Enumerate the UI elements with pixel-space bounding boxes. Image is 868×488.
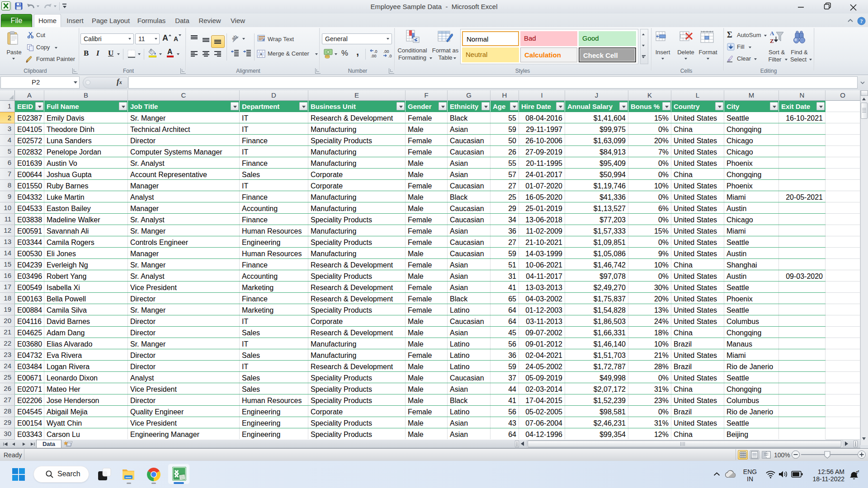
svg-text:A: A bbox=[770, 30, 774, 37]
svg-text:a: a bbox=[260, 52, 262, 56]
svg-text:Z: Z bbox=[770, 38, 774, 44]
svg-text:z: z bbox=[858, 470, 859, 473]
svg-text:.0: .0 bbox=[374, 49, 377, 54]
svg-text:.00: .00 bbox=[371, 54, 377, 58]
svg-text:.00: .00 bbox=[383, 49, 389, 54]
svg-text:?: ? bbox=[860, 18, 863, 24]
svg-text:ab: ab bbox=[231, 34, 238, 42]
